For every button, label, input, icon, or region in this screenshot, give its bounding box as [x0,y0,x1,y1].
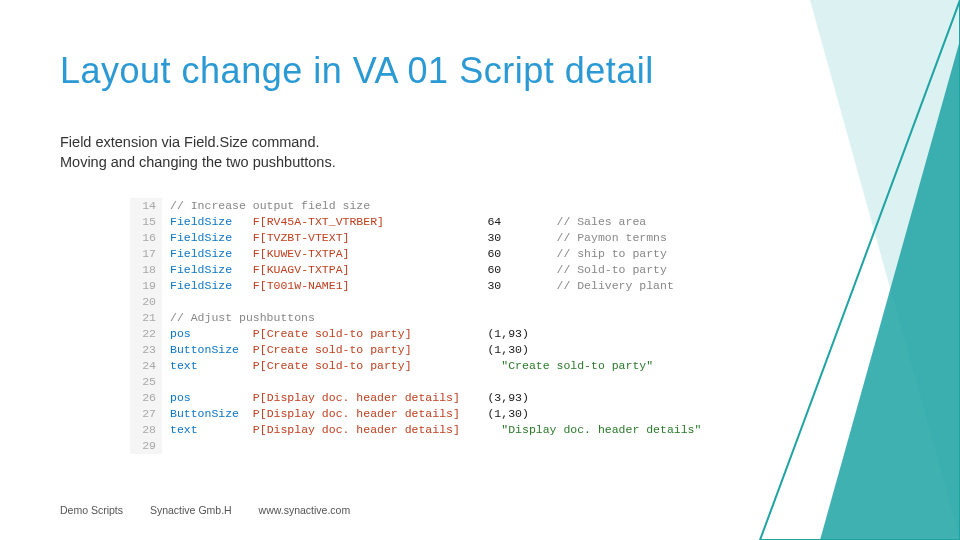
code-line: 25 [130,374,701,390]
footer-mid: Synactive Gmb.H [150,504,232,516]
code-line: 24text P[Create sold-to party] "Create s… [130,358,701,374]
code-line: 19FieldSize F[T001W-NAME1] 30 // Deliver… [130,278,701,294]
code-text: // Adjust pushbuttons [170,310,315,326]
line-number: 16 [130,230,162,246]
code-line: 15FieldSize F[RV45A-TXT_VTRBER] 64 // Sa… [130,214,701,230]
code-text: text P[Create sold-to party] "Create sol… [170,358,653,374]
svg-marker-2 [820,40,960,540]
line-number: 14 [130,198,162,214]
line-number: 22 [130,326,162,342]
code-line: 23ButtonSize P[Create sold-to party] (1,… [130,342,701,358]
subtitle-line-1: Field extension via Field.Size command. [60,134,320,150]
line-number: 26 [130,390,162,406]
svg-marker-0 [810,0,960,540]
subtitle-line-2: Moving and changing the two pushbuttons. [60,154,336,170]
decor-triangle [700,0,960,540]
line-number: 27 [130,406,162,422]
line-number: 21 [130,310,162,326]
code-text [170,438,177,454]
code-line: 27ButtonSize P[Display doc. header detai… [130,406,701,422]
code-line: 22pos P[Create sold-to party] (1,93) [130,326,701,342]
code-line: 29 [130,438,701,454]
code-text [170,294,177,310]
footer-right: www.synactive.com [259,504,351,516]
code-line: 17FieldSize F[KUWEV-TXTPA] 60 // ship to… [130,246,701,262]
code-text: FieldSize F[RV45A-TXT_VTRBER] 64 // Sale… [170,214,646,230]
code-line: 14// Increase output field size [130,198,701,214]
code-text: text P[Display doc. header details] "Dis… [170,422,701,438]
code-text: FieldSize F[KUWEV-TXTPA] 60 // ship to p… [170,246,667,262]
code-line: 26pos P[Display doc. header details] (3,… [130,390,701,406]
code-line: 28text P[Display doc. header details] "D… [130,422,701,438]
svg-marker-1 [760,0,960,540]
code-text [170,374,177,390]
code-line: 21// Adjust pushbuttons [130,310,701,326]
code-text: FieldSize F[T001W-NAME1] 30 // Delivery … [170,278,674,294]
line-number: 23 [130,342,162,358]
code-text: // Increase output field size [170,198,370,214]
subtitle: Field extension via Field.Size command. … [60,132,336,173]
line-number: 19 [130,278,162,294]
code-text: pos P[Display doc. header details] (3,93… [170,390,556,406]
code-text: ButtonSize P[Display doc. header details… [170,406,556,422]
footer: Demo Scripts Synactive Gmb.H www.synacti… [60,504,374,516]
line-number: 25 [130,374,162,390]
line-number: 24 [130,358,162,374]
line-number: 17 [130,246,162,262]
code-line: 20 [130,294,701,310]
line-number: 15 [130,214,162,230]
line-number: 18 [130,262,162,278]
line-number: 29 [130,438,162,454]
code-line: 16FieldSize F[TVZBT-VTEXT] 30 // Paymon … [130,230,701,246]
code-text: pos P[Create sold-to party] (1,93) [170,326,556,342]
line-number: 20 [130,294,162,310]
page-title: Layout change in VA 01 Script detail [60,50,654,92]
code-text: ButtonSize P[Create sold-to party] (1,30… [170,342,556,358]
code-block: 14// Increase output field size15FieldSi… [130,198,701,454]
code-text: FieldSize F[TVZBT-VTEXT] 30 // Paymon te… [170,230,667,246]
code-line: 18FieldSize F[KUAGV-TXTPA] 60 // Sold-to… [130,262,701,278]
footer-left: Demo Scripts [60,504,123,516]
line-number: 28 [130,422,162,438]
code-text: FieldSize F[KUAGV-TXTPA] 60 // Sold-to p… [170,262,667,278]
